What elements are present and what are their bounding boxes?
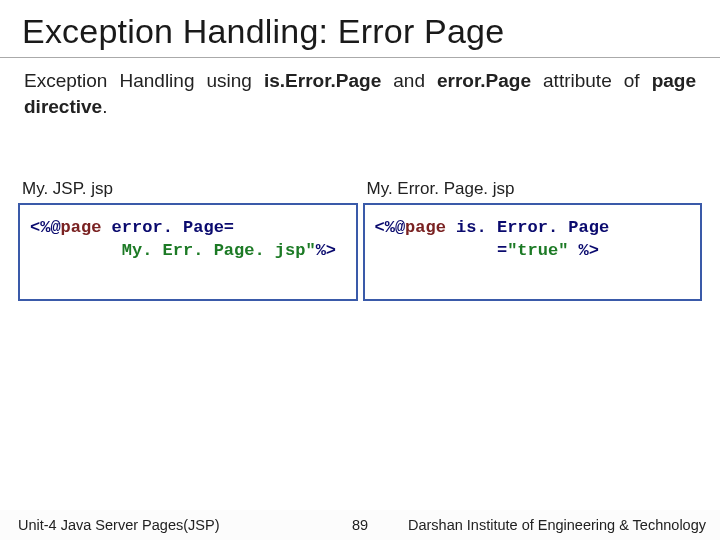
- code-token: My. Err. Page. jsp": [30, 241, 316, 260]
- right-column: My. Error. Page. jsp <%@page is. Error. …: [363, 179, 703, 301]
- footer-right: Darshan Institute of Engineering & Techn…: [390, 517, 720, 533]
- code-token: error. Page=: [101, 218, 234, 237]
- left-filename: My. JSP. jsp: [18, 179, 358, 203]
- subtitle-bold-1: is.Error.Page: [264, 70, 381, 91]
- subtitle-text: attribute of: [531, 70, 652, 91]
- code-token: %>: [568, 241, 599, 260]
- code-token: "true": [507, 241, 568, 260]
- subtitle-text: Exception Handling using: [24, 70, 264, 91]
- subtitle: Exception Handling using is.Error.Page a…: [0, 58, 720, 119]
- content-row: My. JSP. jsp <%@page error. Page= My. Er…: [0, 119, 720, 540]
- subtitle-text: and: [381, 70, 437, 91]
- slide: Exception Handling: Error Page Exception…: [0, 0, 720, 540]
- code-token: page: [405, 218, 446, 237]
- code-token: is. Error. Page: [446, 218, 609, 237]
- left-codebox: <%@page error. Page= My. Err. Page. jsp"…: [18, 203, 358, 301]
- footer: Unit-4 Java Server Pages(JSP) 89 Darshan…: [0, 510, 720, 540]
- page-title: Exception Handling: Error Page: [0, 0, 720, 58]
- code-token: <%@: [30, 218, 61, 237]
- right-filename: My. Error. Page. jsp: [363, 179, 703, 203]
- subtitle-text: .: [102, 96, 107, 117]
- code-token: %>: [316, 241, 336, 260]
- code-token: <%@: [375, 218, 406, 237]
- footer-left: Unit-4 Java Server Pages(JSP): [0, 517, 330, 533]
- footer-page-number: 89: [330, 517, 390, 533]
- left-column: My. JSP. jsp <%@page error. Page= My. Er…: [18, 179, 358, 301]
- code-token: page: [61, 218, 102, 237]
- code-token: =: [375, 241, 508, 260]
- subtitle-bold-2: error.Page: [437, 70, 531, 91]
- right-codebox: <%@page is. Error. Page ="true" %>: [363, 203, 703, 301]
